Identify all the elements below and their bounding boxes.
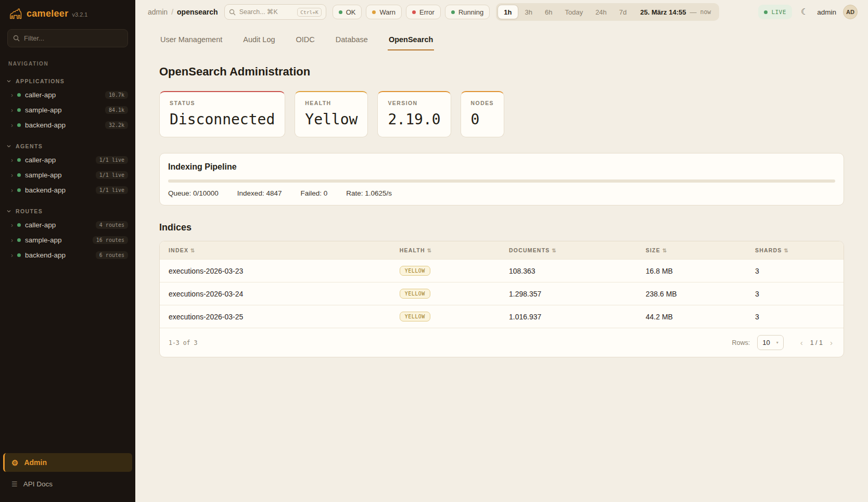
date-label: 25. März 14:55 <box>640 8 686 16</box>
prev-page-button[interactable]: ‹ <box>798 338 805 347</box>
cell-shards: 3 <box>748 305 844 328</box>
dark-mode-toggle[interactable]: ☾ <box>799 6 810 18</box>
search-icon <box>13 35 20 42</box>
date-range-display[interactable]: 25. März 14:55 — now <box>633 8 718 16</box>
tab-oidc[interactable]: OIDC <box>295 31 316 50</box>
sidebar-item-sample-app[interactable]: › sample-app 84.1k <box>0 102 135 118</box>
section-label: APPLICATIONS <box>16 78 65 84</box>
time-range-today[interactable]: Today <box>559 5 589 19</box>
app-logo[interactable]: cameleer v3.2.1 <box>0 0 135 27</box>
time-range-24h[interactable]: 24h <box>590 5 612 19</box>
sidebar-item-sample-app-agent[interactable]: › sample-app 1/1 live <box>0 168 135 183</box>
filter-label: Running <box>458 8 483 16</box>
sidebar-item-sample-app-routes[interactable]: › sample-app 16 routes <box>0 233 135 248</box>
filter-chip-warn[interactable]: Warn <box>366 5 402 19</box>
next-page-button[interactable]: › <box>828 338 835 347</box>
time-range-7d[interactable]: 7d <box>614 5 632 19</box>
stat-value: Yellow <box>305 111 358 128</box>
indices-title: Indices <box>159 222 844 233</box>
section-label: ROUTES <box>16 208 43 214</box>
error-dot <box>412 10 416 14</box>
cell-size: 16.8 MB <box>639 260 748 282</box>
top-bar: admin / opensearch Ctrl+K OK Warn Error <box>135 0 868 24</box>
cell-index: executions-2026-03-23 <box>160 260 392 282</box>
gear-icon: ⚙ <box>11 459 18 467</box>
status-dot <box>17 188 21 192</box>
column-label: INDEX <box>169 247 188 253</box>
live-badge: 1/1 live <box>96 156 128 164</box>
column-header-health[interactable]: HEALTH⇅ <box>392 241 502 260</box>
cell-documents: 1.016.937 <box>502 305 639 328</box>
sort-icon: ⇅ <box>662 248 668 253</box>
sidebar-item-caller-app-agent[interactable]: › caller-app 1/1 live <box>0 152 135 168</box>
column-header-size[interactable]: SIZE⇅ <box>639 241 748 260</box>
rows-per-page-value: 10 <box>762 339 770 346</box>
breadcrumb: admin / opensearch <box>148 8 218 16</box>
pipeline-indexed: Indexed: 4847 <box>237 189 282 197</box>
live-toggle[interactable]: LIVE <box>758 5 792 19</box>
cell-documents: 108.363 <box>502 260 639 282</box>
section-header-agents[interactable]: AGENTS <box>0 141 135 152</box>
time-range-1h[interactable]: 1h <box>497 5 518 19</box>
chevron-right-icon: › <box>11 252 13 259</box>
sidebar-item-label: caller-app <box>25 156 92 164</box>
chevron-right-icon: › <box>11 172 13 178</box>
stat-card-version: VERSION 2.19.0 <box>377 91 451 137</box>
column-header-shards[interactable]: SHARDS⇅ <box>748 241 844 260</box>
sidebar-item-label: sample-app <box>25 106 101 114</box>
count-badge: 84.1k <box>105 106 128 114</box>
avatar[interactable]: AD <box>843 5 858 19</box>
row-range-label: 1-3 of 3 <box>169 339 197 346</box>
cell-size: 44.2 MB <box>639 305 748 328</box>
admin-tabs: User Management Audit Log OIDC Database … <box>159 31 844 50</box>
sort-icon: ⇅ <box>190 248 196 253</box>
rows-per-page-select[interactable]: 10 ▾ <box>757 335 783 350</box>
breadcrumb-separator: / <box>171 8 173 16</box>
sidebar-item-label: sample-app <box>25 171 92 179</box>
sidebar-item-label: backend-app <box>25 251 92 259</box>
filter-chip-ok[interactable]: OK <box>333 5 362 19</box>
sort-icon: ⇅ <box>552 248 557 253</box>
tab-opensearch[interactable]: OpenSearch <box>388 31 434 50</box>
breadcrumb-admin[interactable]: admin <box>148 8 168 16</box>
time-range-6h[interactable]: 6h <box>539 5 558 19</box>
sidebar-item-backend-app-routes[interactable]: › backend-app 6 routes <box>0 248 135 263</box>
section-header-applications[interactable]: APPLICATIONS <box>0 76 135 87</box>
routes-badge: 4 routes <box>96 221 128 229</box>
sidebar-item-api-docs[interactable]: ☰ API Docs <box>3 475 132 493</box>
live-dot <box>764 10 768 14</box>
pipeline-failed: Failed: 0 <box>300 189 327 197</box>
column-header-index[interactable]: INDEX⇅ <box>160 241 392 260</box>
content-area: User Management Audit Log OIDC Database … <box>135 24 868 502</box>
status-filters: OK Warn Error Running <box>333 5 490 19</box>
sidebar-item-admin[interactable]: ⚙ Admin <box>3 453 132 472</box>
tab-user-management[interactable]: User Management <box>159 31 223 50</box>
sidebar-item-backend-app-agent[interactable]: › backend-app 1/1 live <box>0 183 135 198</box>
search-input[interactable] <box>239 8 287 16</box>
main-area: admin / opensearch Ctrl+K OK Warn Error <box>135 0 868 502</box>
column-label: DOCUMENTS <box>509 247 550 253</box>
sidebar-item-label: caller-app <box>25 91 101 99</box>
tab-audit-log[interactable]: Audit Log <box>242 31 276 50</box>
chevron-down-icon: ▾ <box>776 340 778 345</box>
page-title: OpenSearch Administration <box>159 65 844 79</box>
sidebar-item-label: caller-app <box>25 221 92 229</box>
filter-chip-running[interactable]: Running <box>445 5 490 19</box>
cell-health: YELLOW <box>392 282 502 305</box>
time-range-3h[interactable]: 3h <box>519 5 538 19</box>
sidebar-filter-input[interactable] <box>24 34 122 42</box>
table-row: executions-2026-03-24 YELLOW 1.298.357 2… <box>160 282 844 305</box>
cameleer-logo-icon <box>8 8 23 20</box>
tab-database[interactable]: Database <box>335 31 369 50</box>
sidebar-item-caller-app-routes[interactable]: › caller-app 4 routes <box>0 217 135 233</box>
status-dot <box>17 158 21 162</box>
stat-label: HEALTH <box>305 100 358 106</box>
sidebar-item-backend-app[interactable]: › backend-app 32.2k <box>0 118 135 133</box>
column-header-documents[interactable]: DOCUMENTS⇅ <box>502 241 639 260</box>
filter-chip-error[interactable]: Error <box>406 5 441 19</box>
section-header-routes[interactable]: ROUTES <box>0 206 135 217</box>
sidebar-item-caller-app[interactable]: › caller-app 10.7k <box>0 87 135 102</box>
cell-index: executions-2026-03-25 <box>160 305 392 328</box>
filter-label: Warn <box>379 8 395 16</box>
pipeline-stats: Queue: 0/10000 Indexed: 4847 Failed: 0 R… <box>168 189 835 197</box>
